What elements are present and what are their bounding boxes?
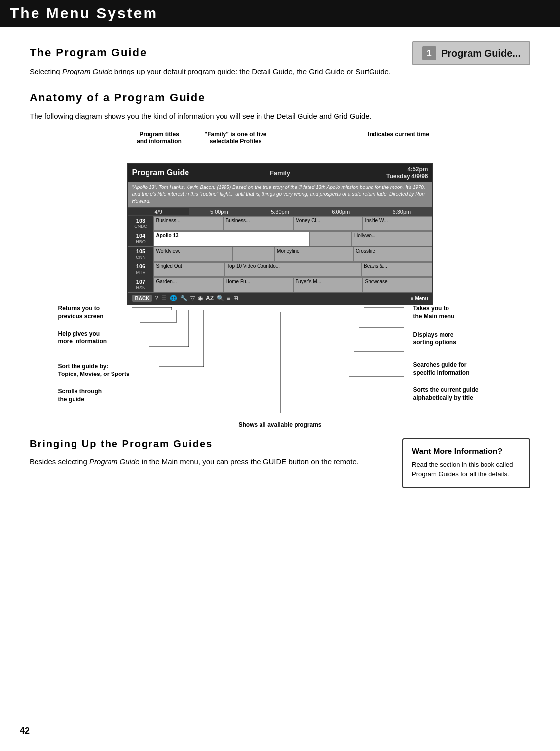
channel-row-hbo: 104 HBO Apollo 13 Hollywo...	[128, 231, 432, 247]
annotation-program-titles: Program titles and information	[135, 131, 184, 145]
guide-profile: Family	[231, 169, 330, 177]
hsn-prog3: Buyer's M...	[293, 277, 363, 292]
ann-shows-all: Shows all available programs	[238, 421, 321, 428]
left-annotations: Returns you toprevious screen Help gives…	[58, 305, 135, 408]
mtv-prog3: Beavis &...	[361, 262, 432, 277]
cnn-prog1: Worldview.	[154, 247, 233, 262]
program-guide-badge: 1 Program Guide...	[412, 41, 530, 65]
bottom-annotation-area: Returns you toprevious screen Help gives…	[58, 305, 502, 428]
icon3: 🔧	[180, 295, 187, 301]
time-600: 6:00pm	[310, 208, 371, 215]
channel-row-mtv: 106 MTV Singled Out Top 10 Video Countdo…	[128, 262, 432, 277]
program-guide-left: The Program Guide Selecting Program Guid…	[30, 41, 412, 86]
ann-main-menu: Takes you tothe Main menu	[413, 305, 502, 320]
bottom-row: Bringing Up the Program Guides Besides s…	[30, 438, 530, 488]
bringing-up-section: Bringing Up the Program Guides Besides s…	[30, 438, 387, 477]
channel-label-hbo: 104 HBO	[128, 231, 154, 246]
right-annotations: Takes you tothe Main menu Displays mores…	[413, 305, 502, 406]
sort-topics-icon: ☰	[161, 295, 167, 301]
guide-screen: Program Guide Family 4:52pm Tuesday 4/9/…	[127, 163, 433, 305]
bringing-up-body: Besides selecting Program Guide in the M…	[30, 456, 387, 468]
sort-options-icon: ≡	[227, 295, 230, 301]
page-number: 42	[20, 726, 30, 736]
icon4: ◉	[198, 295, 203, 301]
time-500: 5:00pm	[189, 208, 250, 215]
ann-help: Help gives youmore information	[58, 330, 135, 345]
channel-row-cnbc: 103 CNBC Business... Business... Money C…	[128, 216, 432, 231]
cnbc-prog3: Money Cl...	[293, 216, 363, 231]
grid-icon: ⊞	[233, 295, 238, 301]
main-content: The Program Guide Selecting Program Guid…	[0, 27, 560, 503]
channel-row-cnn: 105 CNN Worldview. Moneyline Crossfire	[128, 247, 432, 262]
anatomy-section: Anatomy of a Program Guide The following…	[30, 91, 530, 122]
mtv-programs: Singled Out Top 10 Video Countdo... Beav…	[154, 262, 432, 277]
guide-time-date: 4:52pm Tuesday 4/9/96	[330, 166, 428, 180]
guide-date: Tuesday 4/9/96	[386, 173, 428, 180]
top-annotations: Program titles and information "Family" …	[127, 131, 433, 163]
badge-number: 1	[422, 46, 436, 60]
mtv-prog2: Top 10 Video Countdo...	[224, 262, 361, 277]
cnbc-prog4: Inside W...	[363, 216, 432, 231]
info-box-body: Read the section in this book called Pro…	[412, 460, 521, 479]
bringing-up-title: Bringing Up the Program Guides	[30, 438, 387, 450]
ann-sort: Sort the guide by:Topics, Movies, or Spo…	[58, 363, 135, 378]
menu-label: ≡ Menu	[411, 296, 428, 301]
help-icon: ?	[155, 295, 158, 301]
guide-time: 4:52pm	[407, 166, 428, 173]
hsn-programs: Garden... Home Fu... Buyer's M... Showca…	[154, 277, 432, 292]
program-guide-body: Selecting Program Guide brings up your d…	[30, 66, 412, 77]
hsn-prog1: Garden...	[154, 277, 224, 292]
cnn-prog3: Crossfire	[353, 247, 432, 262]
hbo-programs: Apollo 13 Hollywo...	[154, 231, 432, 246]
channel-label-cnbc: 103 CNBC	[128, 216, 154, 231]
program-guide-section: The Program Guide Selecting Program Guid…	[30, 41, 530, 86]
ann-scroll: Scrolls throughthe guide	[58, 388, 135, 403]
time-630: 6:30pm	[371, 208, 432, 215]
icon2: 🌐	[170, 295, 177, 301]
ann-sorting: Displays moresorting options	[413, 331, 502, 346]
channel-label-cnn: 105 CNN	[128, 247, 154, 262]
channel-label-mtv: 106 MTV	[128, 262, 154, 277]
annotation-family-profile: "Family" is one of fiveselectable Profil…	[204, 131, 268, 145]
guide-date-cell: 4/9	[128, 208, 189, 215]
ann-searches: Searches guide forspecific information	[413, 361, 502, 376]
hbo-prog2: Hollywo...	[352, 231, 432, 246]
guide-time-row: 4/9 5:00pm 5:30pm 6:00pm 6:30pm	[128, 207, 432, 216]
hsn-prog4: Showcase	[363, 277, 432, 292]
program-guide-title: The Program Guide	[30, 46, 412, 59]
ann-alpha: Sorts the current guidealphabetically by…	[413, 386, 502, 402]
cnbc-programs: Business... Business... Money Cl... Insi…	[154, 216, 432, 231]
guide-description: "Apollo 13". Tom Hanks, Kevin Bacon. (19…	[128, 182, 432, 207]
time-530: 5:30pm	[250, 208, 310, 215]
hbo-prog-gap	[309, 231, 352, 246]
mtv-prog1: Singled Out	[154, 262, 225, 277]
channel-label-hsn: 107 HSN	[128, 277, 154, 292]
guide-title: Program Guide	[132, 168, 231, 177]
anatomy-title: Anatomy of a Program Guide	[30, 91, 530, 104]
back-button[interactable]: BACK	[132, 295, 152, 302]
channel-row-hsn: 107 HSN Garden... Home Fu... Buyer's M..…	[128, 277, 432, 293]
diagram-wrapper: Program titles and information "Family" …	[30, 131, 530, 428]
header-bar: The Menu System	[0, 0, 560, 27]
annotation-current-time: Indicates current time	[364, 131, 433, 138]
hbo-prog1: Apollo 13	[154, 231, 309, 246]
hsn-prog2: Home Fu...	[224, 277, 293, 292]
search-icon: 🔍	[217, 295, 224, 301]
anatomy-body: The following diagram shows you the kind…	[30, 111, 530, 122]
ann-returns: Returns you toprevious screen	[58, 305, 135, 320]
header-title: The Menu System	[10, 5, 158, 22]
cnn-prog-gap	[232, 247, 274, 262]
guide-toolbar: BACK ? ☰ 🌐 🔧 ▽ ◉ AZ 🔍 ≡ ⊞ ≡ Menu	[128, 293, 432, 304]
guide-header: Program Guide Family 4:52pm Tuesday 4/9/…	[128, 164, 432, 182]
scroll-icon: ▽	[190, 295, 195, 301]
cnbc-prog2: Business...	[224, 216, 293, 231]
cnbc-prog1: Business...	[154, 216, 224, 231]
info-box: Want More Information? Read the section …	[402, 438, 530, 488]
info-box-title: Want More Information?	[412, 447, 521, 456]
cnn-prog2: Moneyline	[274, 247, 353, 262]
badge-label: Program Guide...	[441, 48, 521, 59]
az-icon: AZ	[206, 295, 214, 301]
cnn-programs: Worldview. Moneyline Crossfire	[154, 247, 432, 262]
